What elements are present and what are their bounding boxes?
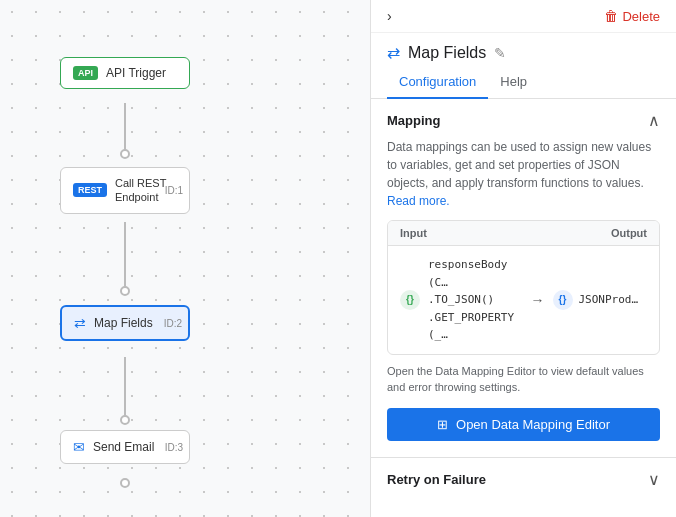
mapping-title: Mapping [387,113,440,128]
mapping-section: Mapping ∧ Data mappings can be used to a… [371,99,676,457]
editor-btn-icon: ⊞ [437,417,448,432]
map-icon: ⇄ [74,315,86,331]
rest-label: Call REST Endpoint [115,176,166,205]
dot-4 [120,478,130,488]
mapping-output: {} JSONProd… [553,290,648,310]
mapping-description: Data mappings can be used to assign new … [387,138,660,210]
connector-1 [124,103,126,153]
breadcrumb-chevron[interactable]: › [387,8,392,24]
input-line3: .GET_PROPERTY (_… [428,309,523,344]
node-api-trigger[interactable]: API API Trigger [60,57,190,89]
delete-label: Delete [622,9,660,24]
input-type-badge: {} [400,290,420,310]
mapping-section-header[interactable]: Mapping ∧ [387,111,660,130]
panel-top-bar: › 🗑 Delete [371,0,676,33]
mapping-table-header: Input Output [388,221,659,246]
rest-id: ID:1 [165,185,183,196]
input-header: Input [400,227,427,239]
retry-chevron-down: ∨ [648,470,660,489]
dot-1 [120,149,130,159]
rest-badge: REST [73,183,107,197]
mapping-chevron-up: ∧ [648,111,660,130]
input-line1: responseBody (C… [428,256,523,291]
input-line2: .TO_JSON() [428,291,523,309]
retry-title: Retry on Failure [387,472,486,487]
right-panel: › 🗑 Delete ⇄ Map Fields ✎ Configuration … [370,0,676,517]
tab-help[interactable]: Help [488,66,539,99]
api-badge: API [73,66,98,80]
map-id: ID:2 [164,318,182,329]
retry-section-header[interactable]: Retry on Failure ∨ [387,470,660,489]
output-header: Output [611,227,647,239]
mapping-input-expr: responseBody (C… .TO_JSON() .GET_PROPERT… [428,256,523,344]
canvas-panel: API API Trigger REST Call REST Endpoint … [0,0,370,517]
email-icon: ✉ [73,439,85,455]
mapping-note: Open the Data Mapping Editor to view def… [387,363,660,396]
node-map-fields[interactable]: ⇄ Map Fields ID:2 [60,305,190,341]
connector-2 [124,222,126,290]
tabs: Configuration Help [371,66,676,99]
edit-icon[interactable]: ✎ [494,45,506,61]
email-id: ID:3 [165,442,183,453]
open-data-mapping-editor-button[interactable]: ⊞ Open Data Mapping Editor [387,408,660,441]
map-fields-label: Map Fields [94,316,153,330]
mapping-arrow: → [531,292,545,308]
panel-title-row: ⇄ Map Fields ✎ [371,33,676,66]
output-type-badge: {} [553,290,573,310]
delete-icon: 🗑 [604,8,618,24]
node-rest-endpoint[interactable]: REST Call REST Endpoint ID:1 [60,167,190,214]
retry-section: Retry on Failure ∨ [371,457,676,501]
dot-3 [120,415,130,425]
delete-button[interactable]: 🗑 Delete [604,8,660,24]
tab-configuration[interactable]: Configuration [387,66,488,99]
node-send-email[interactable]: ✉ Send Email ID:3 [60,430,190,464]
dot-2 [120,286,130,296]
connector-3 [124,357,126,419]
editor-btn-label: Open Data Mapping Editor [456,417,610,432]
map-fields-title-icon: ⇄ [387,43,400,62]
api-trigger-label: API Trigger [106,66,166,80]
output-label: JSONProd… [579,293,639,306]
send-email-label: Send Email [93,440,154,454]
mapping-row[interactable]: {} responseBody (C… .TO_JSON() .GET_PROP… [388,246,659,354]
read-more-link[interactable]: Read more. [387,194,450,208]
mapping-table: Input Output {} responseBody (C… .TO_JSO… [387,220,660,355]
panel-title: Map Fields [408,44,486,62]
